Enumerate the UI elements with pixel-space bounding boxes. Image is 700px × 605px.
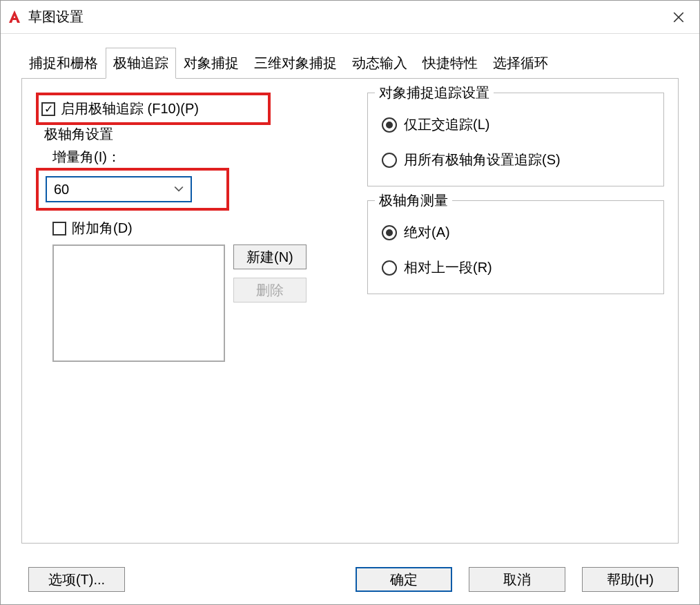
extra-angle-checkbox[interactable] (52, 222, 66, 236)
enable-polar-checkbox[interactable] (41, 102, 55, 116)
dialog-body: 捕捉和栅格 极轴追踪 对象捕捉 三维对象捕捉 动态输入 快捷特性 选择循环 启用… (1, 34, 699, 557)
increment-combo[interactable]: 60 (46, 176, 192, 202)
increment-value: 60 (54, 182, 69, 198)
right-column: 对象捕捉追踪设置 仅正交追踪(L) 用所有极轴角设置追踪(S) 极轴角测量 绝对… (367, 93, 664, 529)
tab-polar-tracking[interactable]: 极轴追踪 (106, 48, 176, 79)
tab-dynamic-input[interactable]: 动态输入 (344, 48, 415, 78)
absolute-row[interactable]: 绝对(A) (382, 223, 650, 242)
relative-label: 相对上一段(R) (404, 258, 492, 277)
relative-row[interactable]: 相对上一段(R) (382, 258, 650, 277)
ortho-only-row[interactable]: 仅正交追踪(L) (382, 115, 650, 134)
ortho-only-radio[interactable] (382, 117, 397, 133)
dialog-title: 草图设置 (28, 8, 663, 26)
all-polar-radio[interactable] (382, 153, 397, 168)
tab-snap-grid[interactable]: 捕捉和栅格 (21, 48, 106, 78)
titlebar: 草图设置 (1, 1, 699, 34)
tab-bar: 捕捉和栅格 极轴追踪 对象捕捉 三维对象捕捉 动态输入 快捷特性 选择循环 (21, 48, 679, 79)
polar-angle-group-label: 极轴角设置 (44, 125, 340, 144)
left-column: 启用极轴追踪 (F10)(P) 极轴角设置 增量角(I)： 60 (36, 93, 340, 529)
options-button[interactable]: 选项(T)... (28, 567, 125, 592)
extra-angles-listbox[interactable] (52, 244, 225, 362)
dialog-window: 草图设置 捕捉和栅格 极轴追踪 对象捕捉 三维对象捕捉 动态输入 快捷特性 选择… (0, 0, 700, 605)
tab-3d-object-snap[interactable]: 三维对象捕捉 (246, 48, 344, 78)
measure-legend: 极轴角测量 (375, 191, 452, 210)
relative-radio[interactable] (382, 260, 397, 276)
close-button[interactable] (663, 2, 694, 32)
extra-angles-area: 新建(N) 删除 (52, 244, 340, 362)
bottom-button-row: 选项(T)... 确定 取消 帮助(H) (1, 557, 699, 604)
highlight-increment-combo: 60 (36, 168, 229, 211)
list-buttons: 新建(N) 删除 (233, 244, 307, 362)
autocad-icon (6, 9, 23, 26)
absolute-radio[interactable] (382, 225, 397, 240)
tab-selection-cycling[interactable]: 选择循环 (485, 48, 556, 78)
tracking-legend: 对象捕捉追踪设置 (375, 84, 494, 102)
angle-measure-fieldset: 极轴角测量 绝对(A) 相对上一段(R) (367, 200, 664, 294)
enable-polar-label: 启用极轴追踪 (F10)(P) (61, 99, 199, 118)
increment-label: 增量角(I)： (52, 148, 340, 166)
ortho-only-label: 仅正交追踪(L) (404, 115, 489, 134)
all-polar-row[interactable]: 用所有极轴角设置追踪(S) (382, 151, 650, 169)
tab-quick-properties[interactable]: 快捷特性 (415, 48, 485, 78)
chevron-down-icon (174, 184, 184, 195)
extra-angle-row[interactable]: 附加角(D) (52, 219, 340, 238)
new-button[interactable]: 新建(N) (233, 244, 307, 269)
absolute-label: 绝对(A) (404, 223, 450, 242)
tab-content: 启用极轴追踪 (F10)(P) 极轴角设置 增量角(I)： 60 (21, 79, 679, 544)
delete-button: 删除 (233, 278, 307, 302)
extra-angle-label: 附加角(D) (72, 219, 133, 238)
enable-polar-row[interactable]: 启用极轴追踪 (F10)(P) (41, 99, 261, 118)
highlight-enable-polar: 启用极轴追踪 (F10)(P) (36, 93, 271, 125)
tab-object-snap[interactable]: 对象捕捉 (176, 48, 246, 78)
cancel-button[interactable]: 取消 (469, 567, 565, 592)
tracking-settings-fieldset: 对象捕捉追踪设置 仅正交追踪(L) 用所有极轴角设置追踪(S) (367, 93, 664, 186)
help-button[interactable]: 帮助(H) (582, 567, 679, 592)
ok-button[interactable]: 确定 (356, 567, 452, 592)
all-polar-label: 用所有极轴角设置追踪(S) (404, 151, 561, 169)
